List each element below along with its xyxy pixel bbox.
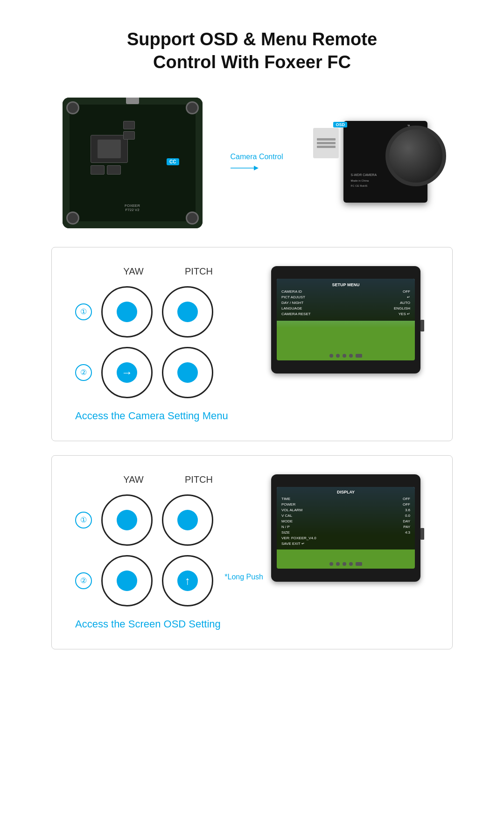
section2-box: YAW PITCH ① ② ↑ *L [51, 455, 453, 649]
menu-row-2-3: V CAL0.0 [281, 513, 410, 519]
menu-row-4: CAMERA RESETYES ↵ [281, 311, 410, 317]
menu-title-1: SETUP MENU [281, 282, 410, 287]
screen-menu-2: DISPLAY TIMEOFF POWEROFF VOL ALARM3.6 V … [277, 487, 415, 549]
step2-indicator-2: ② [75, 572, 92, 589]
section1-access-label: Access the Camera Setting Menu [75, 410, 429, 422]
section1-box: YAW PITCH ① ② → [51, 247, 453, 441]
screen-preview-1: SETUP MENU CAMERA IDOFF PICT ADJUST↵ DAY… [271, 266, 420, 373]
menu-row-0: CAMERA IDOFF [281, 289, 410, 295]
long-push-label: *Long Push [224, 573, 263, 581]
pitch-btn-step1 [162, 286, 213, 338]
step2-row-1: ② → [75, 347, 252, 398]
menu-row-2-2: VOL ALARM3.6 [281, 507, 410, 513]
joystick-section-1: YAW PITCH ① ② → [75, 266, 429, 398]
pitch-label-2: PITCH [166, 474, 231, 485]
yaw-label-1: YAW [101, 266, 166, 277]
screw-hole-tl [66, 101, 79, 114]
page-title: Support OSD & Menu Remote Control With F… [127, 28, 377, 74]
screw-hole-tr [186, 101, 199, 114]
step1-indicator-2: ① [75, 512, 92, 528]
yaw-label-2: YAW [101, 474, 166, 485]
camera-connector [313, 128, 339, 158]
menu-row-1: PICT ADJUST↵ [281, 295, 410, 300]
menu-row-2-6: SIZE4:3 [281, 530, 410, 535]
menu-title-2: DISPLAY [281, 490, 410, 494]
menu-row-2-4: MODEDAY [281, 519, 410, 524]
page-header: Support OSD & Menu Remote Control With F… [118, 0, 386, 88]
screen-side-btn-2b[interactable] [420, 528, 424, 540]
yaw-btn-step2: → [101, 347, 153, 398]
joystick-section-2: YAW PITCH ① ② ↑ *L [75, 474, 429, 606]
pitch-btn-step1-2 [162, 494, 213, 546]
dot-center [177, 362, 198, 383]
pitch-btn-step2-2: ↑ *Long Push [162, 555, 213, 606]
joystick-controls-1: YAW PITCH ① ② → [75, 266, 252, 398]
yaw-btn-step2-2 [101, 555, 153, 606]
dot-center [117, 570, 137, 591]
menu-row-3: LANGUAGEENGLISH [281, 306, 410, 311]
dot-center [117, 302, 137, 322]
step1-row-2: ① [75, 494, 252, 546]
step2-indicator-1: ② [75, 364, 92, 381]
screen-display-2: DISPLAY TIMEOFF POWEROFF VOL ALARM3.6 V … [277, 487, 415, 569]
screen-side-btn[interactable] [420, 320, 424, 331]
pitch-btn-step2 [162, 347, 213, 398]
menu-row-2-1: POWEROFF [281, 502, 410, 507]
screen-buttons-2 [329, 562, 362, 566]
menu-row-2-7: VER: FOXEER_V4.0 [281, 535, 410, 541]
dot-center [177, 510, 198, 530]
step1-row-1: ① [75, 286, 252, 338]
screen-preview-2: DISPLAY TIMEOFF POWEROFF VOL ALARM3.6 V … [271, 474, 420, 582]
arrow-line [231, 163, 259, 173]
hero-area: FOXEERF722 V2 CC Camera Control FOXEER S… [0, 88, 504, 238]
menu-row-2: DAY / NIGHTAUTO [281, 300, 410, 306]
arrow-up-icon: ↑ [177, 570, 198, 591]
yaw-btn-step1-2 [101, 494, 153, 546]
screw-hole-br [186, 211, 199, 225]
section2-access-label: Access the Screen OSD Setting [75, 618, 429, 630]
screen-menu-1: SETUP MENU CAMERA IDOFF PICT ADJUST↵ DAY… [277, 279, 415, 321]
camera-control-label: Camera Control [231, 153, 283, 161]
camera-image: FOXEER S-WDR CAMERA Made in China FC CE … [311, 102, 441, 224]
dot-center [177, 302, 198, 322]
fc-board: FOXEERF722 V2 CC [63, 98, 203, 228]
screen-display-1: SETUP MENU CAMERA IDOFF PICT ADJUST↵ DAY… [277, 279, 415, 360]
joystick-controls-2: YAW PITCH ① ② ↑ *L [75, 474, 252, 606]
camera-lens [385, 126, 446, 186]
yaw-btn-step1 [101, 286, 153, 338]
screw-hole-bl [66, 211, 79, 225]
yaw-pitch-labels-2: YAW PITCH [75, 474, 252, 485]
dot-center [117, 510, 137, 530]
menu-row-2-5: N / PPAY [281, 524, 410, 530]
menu-row-2-8: SAVE EXIT ↵ [281, 541, 410, 547]
screen-buttons-1 [329, 354, 362, 358]
svg-marker-1 [254, 166, 259, 170]
pitch-label-1: PITCH [166, 266, 231, 277]
yaw-pitch-labels-1: YAW PITCH [75, 266, 252, 277]
cc-badge: CC [167, 158, 179, 165]
arrow-right-icon: → [117, 362, 137, 383]
step2-row-2: ② ↑ *Long Push [75, 555, 252, 606]
osd-badge: OSD [333, 122, 347, 127]
menu-row-2-0: TIMEOFF [281, 496, 410, 502]
step1-indicator-1: ① [75, 303, 92, 320]
